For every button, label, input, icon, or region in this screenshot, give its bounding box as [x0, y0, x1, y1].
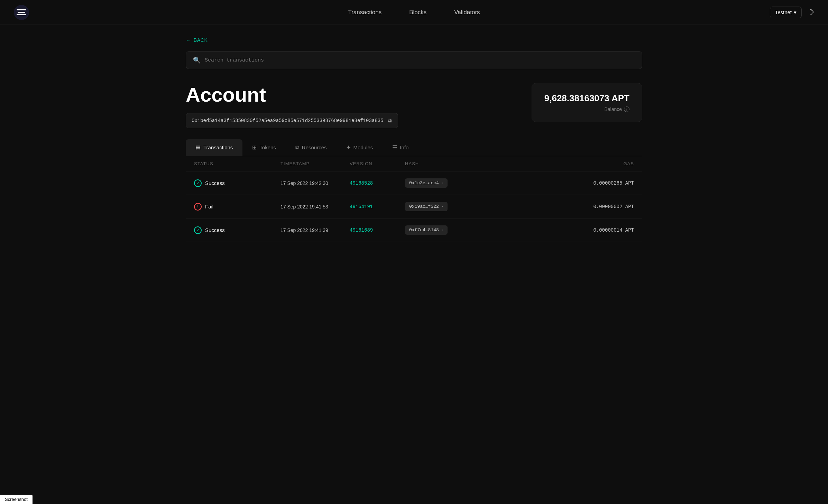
theme-toggle[interactable]: ☽ [807, 8, 814, 17]
col-hash: HASH [405, 161, 572, 166]
version-1[interactable]: 49168528 [350, 180, 405, 186]
balance-label-text: Balance [604, 106, 622, 112]
status-cell-1: ✓ Success [194, 179, 280, 187]
table-row: ✓ Success 17 Sep 2022 19:42:30 49168528 … [186, 171, 642, 195]
back-link[interactable]: ← BACK [186, 37, 642, 43]
search-input[interactable] [205, 57, 635, 63]
table-header: STATUS TIMESTAMP VERSION HASH GAS [186, 156, 642, 171]
chevron-down-icon: ▾ [794, 9, 797, 16]
arrow-left-icon: ← [186, 37, 191, 43]
col-status: STATUS [194, 161, 280, 166]
nav-validators[interactable]: Validators [454, 9, 480, 16]
status-text-2: Fail [205, 204, 213, 209]
search-bar: 🔍 [186, 51, 642, 69]
gas-2: 0.00000002 APT [572, 204, 634, 209]
tab-tokens[interactable]: ⊞ Tokens [242, 139, 286, 156]
logo[interactable] [14, 5, 29, 20]
screenshot-label: Screenshot [5, 497, 28, 502]
success-icon-1: ✓ [194, 179, 202, 187]
hash-cell-2: 0x19ac…f322 › [405, 202, 572, 211]
tab-transactions[interactable]: ▤ Transactions [186, 139, 242, 156]
account-info: Account 0x1bed5a14a3f15350830f52a5ea9a59… [186, 83, 398, 128]
account-address: 0x1bed5a14a3f15350830f52a5ea9a59c85e571d… [192, 118, 384, 123]
hash-text-1: 0x1c3e…aec4 [409, 180, 439, 186]
hash-text-3: 0xf7c4…8148 [409, 227, 439, 233]
resources-tab-icon: ⧉ [295, 144, 299, 151]
header-controls: Testnet ▾ ☽ [770, 7, 814, 18]
hash-cell-3: 0xf7c4…8148 › [405, 225, 572, 235]
tab-resources-label: Resources [302, 144, 327, 150]
hash-badge-2[interactable]: 0x19ac…f322 › [405, 202, 448, 211]
account-title: Account [186, 83, 398, 106]
info-tab-icon: ☰ [392, 144, 397, 151]
balance-card: 9,628.38163073 APT Balance i [532, 83, 642, 122]
hash-badge-3[interactable]: 0xf7c4…8148 › [405, 225, 448, 235]
success-icon-3: ✓ [194, 226, 202, 234]
version-2[interactable]: 49164191 [350, 204, 405, 209]
table-row: ✓ Success 17 Sep 2022 19:41:39 49161689 … [186, 218, 642, 242]
modules-tab-icon: ✦ [346, 144, 351, 151]
screenshot-badge: Screenshot [0, 495, 33, 504]
timestamp-3: 17 Sep 2022 19:41:39 [280, 227, 350, 233]
tokens-tab-icon: ⊞ [252, 144, 257, 151]
hash-badge-1[interactable]: 0x1c3e…aec4 › [405, 178, 448, 188]
hash-chevron-icon-1: › [441, 181, 443, 186]
gas-1: 0.00000265 APT [572, 180, 634, 186]
account-section: Account 0x1bed5a14a3f15350830f52a5ea9a59… [186, 83, 642, 128]
status-text-3: Success [205, 227, 225, 233]
tab-modules[interactable]: ✦ Modules [337, 139, 383, 156]
transactions-tab-icon: ▤ [195, 144, 201, 151]
col-timestamp: TIMESTAMP [280, 161, 350, 166]
header: Transactions Blocks Validators Testnet ▾… [0, 0, 828, 25]
main-content: ← BACK 🔍 Account 0x1bed5a14a3f15350830f5… [172, 37, 656, 242]
status-cell-3: ✓ Success [194, 226, 280, 234]
balance-amount: 9,628.38163073 APT [544, 93, 629, 104]
tab-resources[interactable]: ⧉ Resources [286, 139, 337, 156]
copy-address-button[interactable]: ⧉ [387, 117, 392, 124]
nav-blocks[interactable]: Blocks [409, 9, 426, 16]
table-row: ! Fail 17 Sep 2022 19:41:53 49164191 0x1… [186, 195, 642, 218]
status-cell-2: ! Fail [194, 203, 280, 211]
network-selector[interactable]: Testnet ▾ [770, 7, 802, 18]
hash-text-2: 0x19ac…f322 [409, 204, 439, 209]
status-text-1: Success [205, 180, 225, 186]
back-label: BACK [194, 37, 208, 43]
col-gas: GAS [572, 161, 634, 166]
fail-icon-2: ! [194, 203, 202, 211]
tab-modules-label: Modules [353, 144, 373, 150]
gas-3: 0.00000014 APT [572, 227, 634, 233]
col-version: VERSION [350, 161, 405, 166]
tab-bar: ▤ Transactions ⊞ Tokens ⧉ Resources ✦ Mo… [186, 139, 642, 156]
tab-info-label: Info [400, 144, 408, 150]
balance-label-row: Balance i [544, 106, 629, 112]
timestamp-1: 17 Sep 2022 19:42:30 [280, 180, 350, 186]
hash-chevron-icon-3: › [441, 228, 443, 233]
logo-icon [14, 5, 29, 20]
search-icon: 🔍 [193, 56, 201, 64]
network-label: Testnet [775, 9, 792, 15]
balance-info-icon[interactable]: i [624, 106, 629, 112]
address-box: 0x1bed5a14a3f15350830f52a5ea9a59c85e571d… [186, 113, 398, 128]
tab-tokens-label: Tokens [259, 144, 276, 150]
main-nav: Transactions Blocks Validators [348, 9, 480, 16]
hash-chevron-icon-2: › [441, 204, 443, 209]
tab-info[interactable]: ☰ Info [383, 139, 418, 156]
hash-cell-1: 0x1c3e…aec4 › [405, 178, 572, 188]
nav-transactions[interactable]: Transactions [348, 9, 381, 16]
timestamp-2: 17 Sep 2022 19:41:53 [280, 204, 350, 209]
version-3[interactable]: 49161689 [350, 227, 405, 233]
tab-transactions-label: Transactions [203, 144, 233, 150]
